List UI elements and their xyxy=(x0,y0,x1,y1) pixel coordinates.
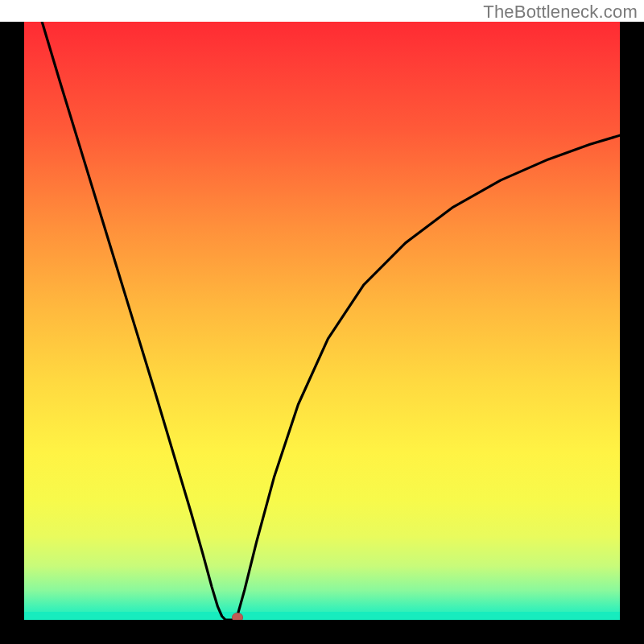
bottleneck-curve xyxy=(24,22,620,620)
chart-frame: TheBottleneck.com xyxy=(0,0,644,644)
plot-border xyxy=(0,22,644,644)
curve-path xyxy=(42,22,620,620)
watermark-text: TheBottleneck.com xyxy=(483,2,638,23)
current-config-marker-icon xyxy=(232,613,243,620)
plot-area xyxy=(24,22,620,620)
